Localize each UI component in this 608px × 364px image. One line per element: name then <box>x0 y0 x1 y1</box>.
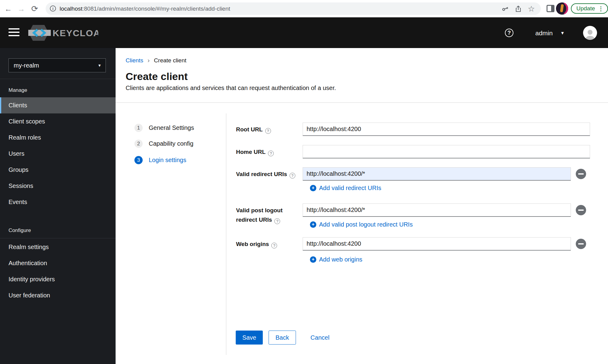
step-2-label: Capability config <box>149 140 193 147</box>
step-1-label: General Settings <box>149 124 194 131</box>
address-bar[interactable]: i localhost:8081/admin/master/console/#/… <box>46 2 541 15</box>
web-origins-help-icon[interactable]: ? <box>271 243 277 248</box>
realm-selector[interactable]: my-realm ▾ <box>9 58 106 72</box>
share-icon[interactable] <box>514 5 522 13</box>
page-subtitle: Clients are applications and services th… <box>126 85 336 92</box>
browser-profile-avatar[interactable] <box>556 2 568 15</box>
page-title: Create client <box>126 71 188 82</box>
step-3-circle: 3 <box>134 156 143 164</box>
add-valid-post-logout-redirect-uris-link[interactable]: + Add valid post logout redirect URIs <box>310 221 413 228</box>
add-web-origins-link[interactable]: + Add web origins <box>310 256 362 263</box>
valid-post-logout-redirect-uris-label: Valid post logout redirect URIs? <box>236 206 300 224</box>
step-1-circle: 1 <box>134 124 143 132</box>
valid-redirect-uris-help-icon[interactable]: ? <box>290 173 295 179</box>
breadcrumb-current: Create client <box>154 57 186 64</box>
site-info-icon[interactable]: i <box>50 5 56 12</box>
valid-post-logout-help-icon[interactable]: ? <box>274 218 280 224</box>
add-valid-post-logout-label: Add valid post logout redirect URIs <box>319 221 413 228</box>
add-web-origins-label: Add web origins <box>319 256 362 263</box>
keycloak-masthead: KEYCLOAK ? admin ▾ <box>0 17 608 48</box>
browser-menu-kebab-icon[interactable]: ⋮ <box>598 5 604 12</box>
url-host: localhost <box>60 5 82 12</box>
section-label-configure: Configure <box>9 227 31 234</box>
sidebar-item-sessions[interactable]: Sessions <box>0 178 116 194</box>
valid-redirect-uris-input[interactable] <box>303 167 571 181</box>
step-3-label: Login settings <box>149 157 186 164</box>
browser-toolbar: ← → ⟳ i localhost:8081/admin/master/cons… <box>0 0 608 17</box>
keycloak-logo[interactable]: KEYCLOAK <box>28 25 98 41</box>
password-key-icon[interactable] <box>501 5 509 13</box>
sidebar-nav: my-realm ▾ Manage Clients Client scopes … <box>0 48 116 364</box>
url-text: localhost:8081/admin/master/console/#/my… <box>60 2 230 15</box>
cancel-button[interactable]: Cancel <box>306 331 334 345</box>
home-url-input[interactable] <box>303 145 590 158</box>
breadcrumb: Clients›Create client <box>126 57 186 64</box>
remove-post-logout-uri-button[interactable] <box>576 205 586 215</box>
sidebar-divider <box>0 79 116 79</box>
nav-toggle-hamburger-icon[interactable] <box>9 28 19 37</box>
help-icon[interactable]: ? <box>505 29 513 37</box>
plus-circle-icon: + <box>310 221 316 228</box>
user-menu-label[interactable]: admin <box>535 29 553 37</box>
sidebar-item-authentication[interactable]: Authentication <box>0 255 116 271</box>
root-url-label: Root URL? <box>236 125 300 134</box>
plus-circle-icon: + <box>310 256 316 263</box>
wizard-step-general-settings[interactable]: 1 General Settings <box>134 124 194 132</box>
plus-circle-icon: + <box>310 185 316 191</box>
home-url-label: Home URL? <box>236 147 300 157</box>
wizard-divider <box>226 113 226 355</box>
user-menu-caret-icon[interactable]: ▾ <box>561 30 564 36</box>
realm-caret-icon: ▾ <box>98 63 101 68</box>
brand-text: KEYCLOAK <box>53 28 98 38</box>
remove-redirect-uri-button[interactable] <box>576 169 586 179</box>
add-valid-redirect-uris-link[interactable]: + Add valid redirect URIs <box>310 184 381 192</box>
sidebar-item-client-scopes[interactable]: Client scopes <box>0 113 116 130</box>
chrome-update-button[interactable]: Update ⋮ <box>571 3 608 14</box>
valid-post-logout-redirect-uris-input[interactable] <box>303 203 571 217</box>
sidebar-item-realm-roles[interactable]: Realm roles <box>0 130 116 146</box>
update-label: Update <box>576 5 595 12</box>
section-label-manage: Manage <box>9 86 27 94</box>
realm-name: my-realm <box>14 62 39 69</box>
browser-back-icon[interactable]: ← <box>4 4 13 13</box>
sidebar-divider-2 <box>0 238 116 238</box>
sidebar-item-realm-settings[interactable]: Realm settings <box>0 239 116 255</box>
url-path: :8081/admin/master/console/#/my-realm/cl… <box>82 5 230 12</box>
screenshot-root: ← → ⟳ i localhost:8081/admin/master/cons… <box>0 0 608 364</box>
sidebar-item-groups[interactable]: Groups <box>0 162 116 178</box>
back-button[interactable]: Back <box>269 331 296 345</box>
header-divider <box>116 102 608 103</box>
sidebar-item-clients[interactable]: Clients <box>0 97 116 113</box>
web-origins-label: Web origins? <box>236 239 300 249</box>
step-2-circle: 2 <box>134 140 143 148</box>
wizard-step-login-settings[interactable]: 3 Login settings <box>134 156 186 164</box>
side-panel-icon[interactable] <box>547 5 554 12</box>
sidebar-item-events[interactable]: Events <box>0 194 116 210</box>
root-url-help-icon[interactable]: ? <box>265 128 271 134</box>
sidebar-item-user-federation[interactable]: User federation <box>0 287 116 303</box>
home-url-help-icon[interactable]: ? <box>268 151 274 156</box>
user-avatar-icon[interactable] <box>583 26 597 40</box>
browser-reload-icon[interactable]: ⟳ <box>30 4 39 13</box>
root-url-input[interactable] <box>303 123 590 136</box>
remove-web-origin-button[interactable] <box>576 239 586 249</box>
valid-redirect-uris-label: Valid redirect URIs? <box>236 169 300 179</box>
sidebar-item-users[interactable]: Users <box>0 146 116 162</box>
bookmark-star-icon[interactable]: ☆ <box>527 5 535 13</box>
add-valid-redirect-uris-label: Add valid redirect URIs <box>319 185 381 192</box>
breadcrumb-chevron-icon: › <box>148 57 150 64</box>
sidebar-item-identity-providers[interactable]: Identity providers <box>0 271 116 287</box>
breadcrumb-clients-link[interactable]: Clients <box>126 57 143 64</box>
wizard-step-capability-config[interactable]: 2 Capability config <box>134 140 193 148</box>
browser-forward-icon[interactable]: → <box>17 4 26 13</box>
web-origins-input[interactable] <box>303 237 571 251</box>
main-content: Clients›Create client Create client Clie… <box>116 48 608 364</box>
save-button[interactable]: Save <box>236 331 263 345</box>
